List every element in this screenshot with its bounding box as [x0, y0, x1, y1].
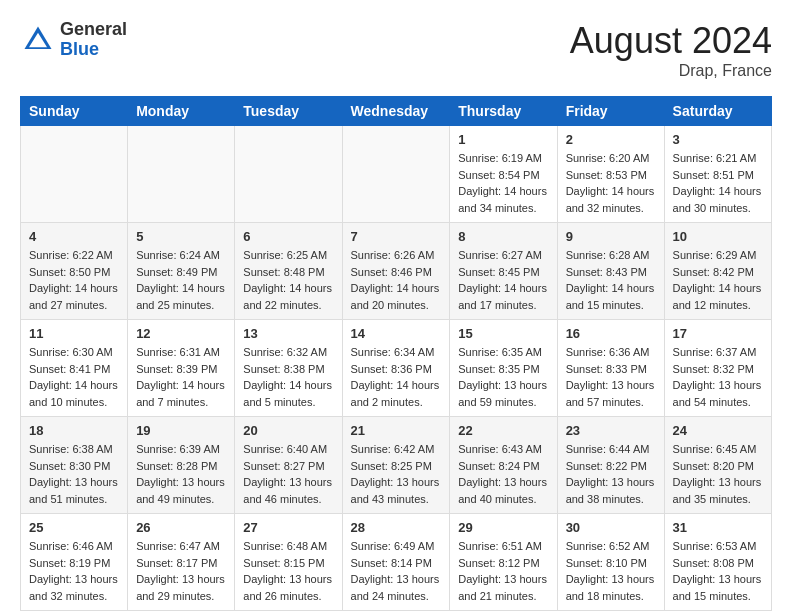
day-number: 14 [351, 326, 442, 341]
calendar-day-cell: 1Sunrise: 6:19 AMSunset: 8:54 PMDaylight… [450, 126, 557, 223]
day-info: Sunrise: 6:20 AMSunset: 8:53 PMDaylight:… [566, 150, 656, 216]
logo-blue-text: Blue [60, 40, 127, 60]
day-info: Sunrise: 6:37 AMSunset: 8:32 PMDaylight:… [673, 344, 763, 410]
day-number: 2 [566, 132, 656, 147]
calendar-day-cell: 27Sunrise: 6:48 AMSunset: 8:15 PMDayligh… [235, 514, 342, 611]
day-number: 31 [673, 520, 763, 535]
day-number: 8 [458, 229, 548, 244]
calendar-week-row: 11Sunrise: 6:30 AMSunset: 8:41 PMDayligh… [21, 320, 772, 417]
calendar-day-cell: 24Sunrise: 6:45 AMSunset: 8:20 PMDayligh… [664, 417, 771, 514]
calendar-day-cell: 7Sunrise: 6:26 AMSunset: 8:46 PMDaylight… [342, 223, 450, 320]
calendar-day-cell: 26Sunrise: 6:47 AMSunset: 8:17 PMDayligh… [128, 514, 235, 611]
day-number: 4 [29, 229, 119, 244]
day-info: Sunrise: 6:40 AMSunset: 8:27 PMDaylight:… [243, 441, 333, 507]
calendar-day-cell: 2Sunrise: 6:20 AMSunset: 8:53 PMDaylight… [557, 126, 664, 223]
day-number: 24 [673, 423, 763, 438]
calendar-day-cell: 8Sunrise: 6:27 AMSunset: 8:45 PMDaylight… [450, 223, 557, 320]
day-of-week-header: Monday [128, 97, 235, 126]
calendar-day-cell [21, 126, 128, 223]
calendar-day-cell: 18Sunrise: 6:38 AMSunset: 8:30 PMDayligh… [21, 417, 128, 514]
day-info: Sunrise: 6:43 AMSunset: 8:24 PMDaylight:… [458, 441, 548, 507]
day-info: Sunrise: 6:29 AMSunset: 8:42 PMDaylight:… [673, 247, 763, 313]
day-number: 23 [566, 423, 656, 438]
day-info: Sunrise: 6:22 AMSunset: 8:50 PMDaylight:… [29, 247, 119, 313]
day-number: 13 [243, 326, 333, 341]
day-info: Sunrise: 6:27 AMSunset: 8:45 PMDaylight:… [458, 247, 548, 313]
day-number: 1 [458, 132, 548, 147]
day-number: 15 [458, 326, 548, 341]
day-number: 12 [136, 326, 226, 341]
day-number: 19 [136, 423, 226, 438]
calendar-day-cell [128, 126, 235, 223]
calendar-day-cell: 17Sunrise: 6:37 AMSunset: 8:32 PMDayligh… [664, 320, 771, 417]
calendar-day-cell: 15Sunrise: 6:35 AMSunset: 8:35 PMDayligh… [450, 320, 557, 417]
day-info: Sunrise: 6:30 AMSunset: 8:41 PMDaylight:… [29, 344, 119, 410]
day-number: 10 [673, 229, 763, 244]
calendar-day-cell: 31Sunrise: 6:53 AMSunset: 8:08 PMDayligh… [664, 514, 771, 611]
day-info: Sunrise: 6:19 AMSunset: 8:54 PMDaylight:… [458, 150, 548, 216]
day-info: Sunrise: 6:53 AMSunset: 8:08 PMDaylight:… [673, 538, 763, 604]
calendar-day-cell: 22Sunrise: 6:43 AMSunset: 8:24 PMDayligh… [450, 417, 557, 514]
day-info: Sunrise: 6:24 AMSunset: 8:49 PMDaylight:… [136, 247, 226, 313]
day-info: Sunrise: 6:26 AMSunset: 8:46 PMDaylight:… [351, 247, 442, 313]
day-info: Sunrise: 6:51 AMSunset: 8:12 PMDaylight:… [458, 538, 548, 604]
day-of-week-header: Friday [557, 97, 664, 126]
logo-icon [20, 22, 56, 58]
calendar-table: SundayMondayTuesdayWednesdayThursdayFrid… [20, 96, 772, 611]
day-number: 3 [673, 132, 763, 147]
calendar-week-row: 1Sunrise: 6:19 AMSunset: 8:54 PMDaylight… [21, 126, 772, 223]
day-info: Sunrise: 6:34 AMSunset: 8:36 PMDaylight:… [351, 344, 442, 410]
day-info: Sunrise: 6:39 AMSunset: 8:28 PMDaylight:… [136, 441, 226, 507]
day-number: 26 [136, 520, 226, 535]
day-of-week-header: Saturday [664, 97, 771, 126]
day-info: Sunrise: 6:47 AMSunset: 8:17 PMDaylight:… [136, 538, 226, 604]
day-info: Sunrise: 6:44 AMSunset: 8:22 PMDaylight:… [566, 441, 656, 507]
calendar-body: 1Sunrise: 6:19 AMSunset: 8:54 PMDaylight… [21, 126, 772, 611]
calendar-day-cell: 5Sunrise: 6:24 AMSunset: 8:49 PMDaylight… [128, 223, 235, 320]
calendar-day-cell: 19Sunrise: 6:39 AMSunset: 8:28 PMDayligh… [128, 417, 235, 514]
title-block: August 2024 Drap, France [570, 20, 772, 80]
day-of-week-header: Thursday [450, 97, 557, 126]
day-info: Sunrise: 6:25 AMSunset: 8:48 PMDaylight:… [243, 247, 333, 313]
calendar-week-row: 4Sunrise: 6:22 AMSunset: 8:50 PMDaylight… [21, 223, 772, 320]
day-info: Sunrise: 6:28 AMSunset: 8:43 PMDaylight:… [566, 247, 656, 313]
day-number: 5 [136, 229, 226, 244]
day-number: 16 [566, 326, 656, 341]
day-number: 25 [29, 520, 119, 535]
day-info: Sunrise: 6:46 AMSunset: 8:19 PMDaylight:… [29, 538, 119, 604]
calendar-day-cell: 25Sunrise: 6:46 AMSunset: 8:19 PMDayligh… [21, 514, 128, 611]
calendar-day-cell: 21Sunrise: 6:42 AMSunset: 8:25 PMDayligh… [342, 417, 450, 514]
calendar-day-cell: 14Sunrise: 6:34 AMSunset: 8:36 PMDayligh… [342, 320, 450, 417]
day-number: 28 [351, 520, 442, 535]
month-title: August 2024 [570, 20, 772, 62]
calendar-day-cell: 4Sunrise: 6:22 AMSunset: 8:50 PMDaylight… [21, 223, 128, 320]
day-number: 21 [351, 423, 442, 438]
logo: General Blue [20, 20, 127, 60]
day-number: 29 [458, 520, 548, 535]
calendar-day-cell: 13Sunrise: 6:32 AMSunset: 8:38 PMDayligh… [235, 320, 342, 417]
day-number: 22 [458, 423, 548, 438]
calendar-day-cell [342, 126, 450, 223]
calendar-day-cell [235, 126, 342, 223]
calendar-day-cell: 12Sunrise: 6:31 AMSunset: 8:39 PMDayligh… [128, 320, 235, 417]
calendar-day-cell: 29Sunrise: 6:51 AMSunset: 8:12 PMDayligh… [450, 514, 557, 611]
day-number: 27 [243, 520, 333, 535]
day-of-week-header: Wednesday [342, 97, 450, 126]
day-info: Sunrise: 6:48 AMSunset: 8:15 PMDaylight:… [243, 538, 333, 604]
day-info: Sunrise: 6:42 AMSunset: 8:25 PMDaylight:… [351, 441, 442, 507]
day-number: 9 [566, 229, 656, 244]
calendar-week-row: 25Sunrise: 6:46 AMSunset: 8:19 PMDayligh… [21, 514, 772, 611]
calendar-day-cell: 16Sunrise: 6:36 AMSunset: 8:33 PMDayligh… [557, 320, 664, 417]
calendar-day-cell: 23Sunrise: 6:44 AMSunset: 8:22 PMDayligh… [557, 417, 664, 514]
day-of-week-header: Sunday [21, 97, 128, 126]
day-number: 7 [351, 229, 442, 244]
calendar-header: SundayMondayTuesdayWednesdayThursdayFrid… [21, 97, 772, 126]
calendar-day-cell: 10Sunrise: 6:29 AMSunset: 8:42 PMDayligh… [664, 223, 771, 320]
calendar-day-cell: 30Sunrise: 6:52 AMSunset: 8:10 PMDayligh… [557, 514, 664, 611]
day-number: 20 [243, 423, 333, 438]
day-info: Sunrise: 6:52 AMSunset: 8:10 PMDaylight:… [566, 538, 656, 604]
day-info: Sunrise: 6:45 AMSunset: 8:20 PMDaylight:… [673, 441, 763, 507]
calendar-week-row: 18Sunrise: 6:38 AMSunset: 8:30 PMDayligh… [21, 417, 772, 514]
page-header: General Blue August 2024 Drap, France [20, 20, 772, 80]
calendar-day-cell: 28Sunrise: 6:49 AMSunset: 8:14 PMDayligh… [342, 514, 450, 611]
